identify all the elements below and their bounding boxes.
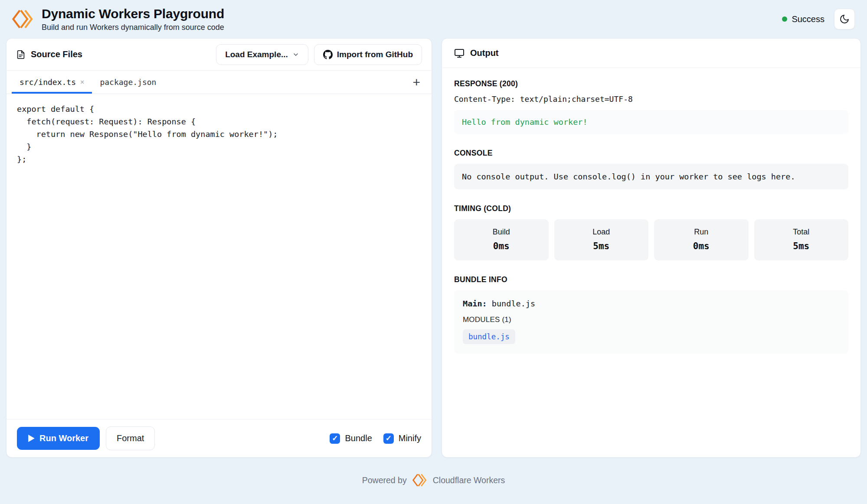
load-example-button[interactable]: Load Example... (216, 44, 308, 65)
console-empty-message: No console output. Use console.log() in … (454, 164, 848, 189)
page-footer: Powered by Cloudflare Workers (0, 458, 867, 503)
run-worker-label: Run Worker (39, 433, 88, 443)
powered-by-label: Powered by (362, 475, 407, 485)
response-body: Hello from dynamic worker! (454, 110, 848, 134)
tab-label: package.json (100, 78, 156, 87)
bundle-main-line: Main: bundle.js (463, 299, 840, 308)
timing-value: 0ms (693, 241, 710, 251)
timing-value: 0ms (493, 241, 510, 251)
output-title: Output (470, 48, 499, 58)
theme-toggle-button[interactable] (834, 9, 855, 29)
timing-value: 5ms (793, 241, 809, 251)
bundle-checkbox[interactable] (330, 433, 340, 444)
chevron-down-icon (292, 51, 299, 58)
output-content: RESPONSE (200) Content-Type: text/plain;… (442, 68, 860, 457)
response-section: RESPONSE (200) Content-Type: text/plain;… (454, 79, 848, 134)
timing-label: Load (592, 228, 610, 237)
main-area: Source Files Load Example... Import from… (0, 38, 867, 458)
page-subtitle: Build and run Workers dynamically from s… (42, 23, 224, 32)
tab-src-index-ts[interactable]: src/index.ts × (12, 71, 92, 94)
output-header: Output (442, 39, 860, 68)
status-dot-icon (782, 16, 787, 22)
response-heading: RESPONSE (200) (454, 79, 848, 88)
workers-logo-icon (12, 8, 34, 30)
code-editor[interactable]: export default { fetch(request: Request)… (7, 94, 432, 419)
module-chip-bundle-js[interactable]: bundle.js (463, 329, 515, 344)
load-example-label: Load Example... (225, 50, 288, 59)
editor-toolbar: Run Worker Format Bundle Minify (7, 419, 432, 457)
minify-checkbox[interactable] (383, 433, 394, 444)
tab-close-icon[interactable]: × (80, 78, 84, 86)
response-content-type: Content-Type: text/plain;charset=UTF-8 (454, 94, 848, 104)
timing-label: Total (793, 228, 809, 237)
monitor-icon (454, 48, 465, 59)
console-heading: CONSOLE (454, 149, 848, 158)
brand-label: Cloudflare Workers (433, 475, 505, 485)
moon-icon (839, 14, 850, 24)
github-icon (323, 50, 333, 59)
timing-card-load: Load 5ms (554, 219, 649, 260)
console-section: CONSOLE No console output. Use console.l… (454, 149, 848, 189)
file-icon (16, 49, 26, 60)
tab-label: src/index.ts (20, 78, 76, 87)
add-file-button[interactable]: + (406, 76, 426, 89)
minify-option[interactable]: Minify (383, 433, 421, 444)
minify-label: Minify (399, 433, 421, 443)
source-files-title: Source Files (31, 49, 82, 59)
bundle-info-heading: BUNDLE INFO (454, 275, 848, 284)
tab-package-json[interactable]: package.json (92, 71, 164, 94)
import-github-button[interactable]: Import from GitHub (314, 44, 422, 65)
code-content[interactable]: export default { fetch(request: Request)… (17, 103, 421, 166)
modules-heading: MODULES (1) (463, 315, 840, 324)
timing-card-total: Total 5ms (754, 219, 849, 260)
timing-heading: TIMING (COLD) (454, 204, 848, 213)
bundle-info-box: Main: bundle.js MODULES (1) bundle.js (454, 290, 848, 354)
cloudflare-workers-logo-icon (412, 473, 427, 488)
bundle-option[interactable]: Bundle (330, 433, 372, 444)
timing-label: Build (493, 228, 510, 237)
app-header: Dynamic Workers Playground Build and run… (0, 0, 867, 38)
timing-label: Run (694, 228, 708, 237)
timing-card-run: Run 0ms (654, 219, 749, 260)
bundle-main-label: Main: (463, 299, 487, 308)
status-label: Success (792, 14, 824, 24)
file-tab-bar: src/index.ts × package.json + (7, 71, 432, 94)
bundle-info-section: BUNDLE INFO Main: bundle.js MODULES (1) … (454, 275, 848, 354)
timing-section: TIMING (COLD) Build 0ms Load 5ms Run 0ms (454, 204, 848, 260)
status-badge: Success (782, 14, 824, 24)
play-icon (28, 435, 35, 442)
timing-card-build: Build 0ms (454, 219, 549, 260)
import-github-label: Import from GitHub (337, 50, 413, 59)
timing-value: 5ms (593, 241, 609, 251)
source-files-panel: Source Files Load Example... Import from… (6, 38, 432, 458)
run-worker-button[interactable]: Run Worker (17, 427, 100, 450)
output-panel: Output RESPONSE (200) Content-Type: text… (442, 38, 861, 458)
bundle-main-value: bundle.js (492, 299, 535, 308)
format-button[interactable]: Format (106, 426, 155, 450)
source-files-header: Source Files Load Example... Import from… (7, 39, 432, 71)
bundle-label: Bundle (345, 433, 372, 443)
page-title: Dynamic Workers Playground (42, 7, 224, 21)
